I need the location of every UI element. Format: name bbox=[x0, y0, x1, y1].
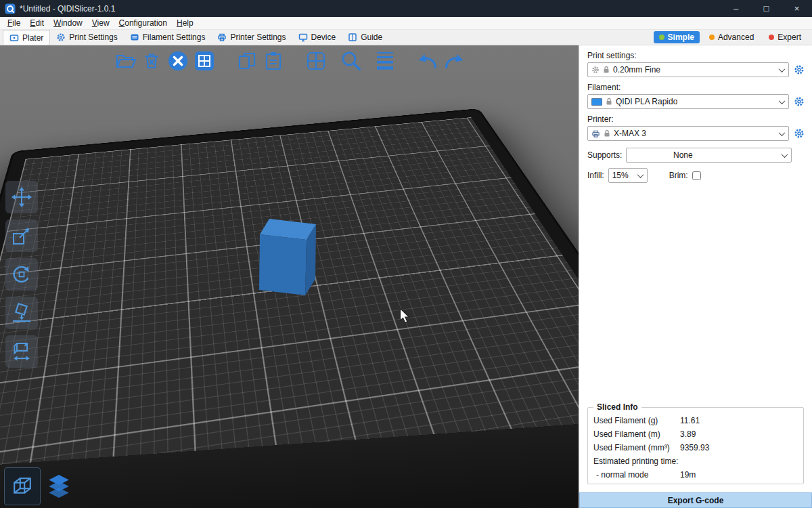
menu-edit[interactable]: Edit bbox=[25, 18, 49, 28]
rotate-tool-button[interactable] bbox=[5, 258, 38, 291]
chevron-down-icon bbox=[779, 129, 786, 136]
sliced-info-label: Estimated printing time: bbox=[593, 457, 798, 466]
menu-file[interactable]: File bbox=[3, 18, 25, 28]
mode-expert[interactable]: Expert bbox=[763, 31, 807, 43]
open-folder-icon[interactable] bbox=[114, 49, 137, 73]
sliced-info-value: 3.89 bbox=[680, 429, 798, 439]
delete-all-icon[interactable] bbox=[166, 49, 189, 73]
model-cube[interactable] bbox=[250, 211, 325, 301]
undo-icon[interactable] bbox=[416, 49, 439, 73]
chevron-down-icon bbox=[779, 98, 786, 104]
3d-view-icon bbox=[12, 476, 32, 496]
measure-icon bbox=[11, 341, 32, 362]
lock-icon bbox=[603, 66, 610, 74]
layers-view-button[interactable] bbox=[41, 467, 77, 505]
menu-window[interactable]: Window bbox=[49, 18, 87, 28]
sliced-info-value: 11.61 bbox=[680, 416, 798, 425]
tab-device[interactable]: Device bbox=[292, 30, 342, 45]
tab-printer-settings[interactable]: Printer Settings bbox=[211, 30, 292, 45]
move-icon bbox=[11, 186, 32, 208]
tab-plater[interactable]: Plater bbox=[3, 30, 50, 45]
sliced-info-label: Used Filament (g) bbox=[593, 416, 680, 425]
tab-filament-settings[interactable]: Filament Settings bbox=[124, 30, 212, 45]
close-button[interactable]: × bbox=[782, 0, 812, 17]
search-icon[interactable] bbox=[339, 49, 362, 73]
chevron-down-icon bbox=[637, 171, 644, 178]
simple-mode-dot-icon bbox=[659, 35, 664, 40]
mode-simple[interactable]: Simple bbox=[654, 31, 700, 43]
menu-bar: File Edit Window View Configuration Help bbox=[0, 17, 812, 30]
filament-label: Filament: bbox=[587, 83, 805, 92]
printer-icon bbox=[217, 33, 227, 42]
infill-label: Infill: bbox=[587, 171, 604, 180]
filament-color-swatch bbox=[591, 98, 602, 106]
menu-view[interactable]: View bbox=[87, 18, 114, 28]
chevron-down-icon bbox=[782, 151, 788, 158]
gear-icon bbox=[56, 33, 66, 42]
paste-icon[interactable] bbox=[262, 49, 285, 73]
3d-viewport[interactable] bbox=[0, 45, 579, 508]
filament-gear-button[interactable] bbox=[793, 96, 805, 108]
mode-simple-label: Simple bbox=[668, 33, 694, 42]
maximize-button[interactable]: □ bbox=[751, 0, 782, 17]
printer-gear-button[interactable] bbox=[793, 127, 805, 140]
measure-tool-button[interactable] bbox=[5, 335, 38, 368]
delete-icon[interactable] bbox=[140, 49, 163, 73]
redo-icon[interactable] bbox=[443, 49, 466, 73]
print-settings-label: Print settings: bbox=[587, 51, 805, 60]
menu-configuration[interactable]: Configuration bbox=[114, 18, 172, 28]
infill-select[interactable]: 15% bbox=[608, 168, 648, 183]
3d-view-button[interactable] bbox=[4, 467, 41, 505]
filament-select[interactable]: QIDI PLA Rapido bbox=[587, 94, 789, 109]
print-settings-value: 0.20mm Fine bbox=[613, 65, 660, 75]
filament-value: QIDI PLA Rapido bbox=[616, 97, 677, 106]
view-switcher bbox=[4, 467, 77, 505]
app-logo-icon bbox=[5, 3, 16, 14]
printer-value: X-MAX 3 bbox=[614, 129, 646, 138]
sliced-info-value: 19m bbox=[680, 470, 798, 480]
copy-icon[interactable] bbox=[235, 49, 258, 73]
scale-icon bbox=[11, 225, 32, 247]
mode-switcher: Simple Advanced Expert bbox=[654, 31, 809, 43]
tab-device-label: Device bbox=[311, 33, 336, 42]
titlebar[interactable]: *Untitled - QIDISlicer-1.0.1 – □ × bbox=[0, 0, 812, 17]
move-tool-button[interactable] bbox=[5, 181, 38, 213]
tab-guide[interactable]: Guide bbox=[342, 30, 388, 45]
tab-filament-settings-label: Filament Settings bbox=[143, 33, 206, 42]
print-settings-gear-button[interactable] bbox=[793, 64, 805, 76]
sliced-info-value: 9359.93 bbox=[680, 443, 798, 452]
tab-print-settings[interactable]: Print Settings bbox=[50, 30, 123, 45]
scale-tool-button[interactable] bbox=[5, 219, 38, 252]
plater-icon bbox=[9, 33, 19, 43]
layer-height-icon[interactable] bbox=[374, 49, 397, 73]
chevron-down-icon bbox=[779, 66, 786, 72]
minimize-button[interactable]: – bbox=[721, 0, 751, 17]
viewport-toolbar bbox=[114, 48, 469, 74]
lock-icon bbox=[604, 129, 610, 137]
supports-select[interactable]: None bbox=[626, 148, 792, 163]
place-on-face-icon bbox=[11, 302, 32, 324]
export-gcode-button[interactable]: Export G-code bbox=[579, 492, 812, 508]
tab-bar: Plater Print Settings Filament Settings … bbox=[0, 30, 812, 45]
mode-advanced[interactable]: Advanced bbox=[704, 31, 759, 43]
menu-help[interactable]: Help bbox=[172, 18, 198, 28]
device-icon bbox=[298, 33, 308, 42]
filament-icon bbox=[130, 33, 139, 42]
lock-icon bbox=[606, 98, 612, 106]
mode-expert-label: Expert bbox=[777, 33, 801, 42]
expert-mode-dot-icon bbox=[769, 35, 774, 40]
tab-guide-label: Guide bbox=[361, 33, 382, 42]
sidebar-content: Print settings: 0.20mm Fine Filament: QI… bbox=[579, 45, 812, 492]
place-on-face-tool-button[interactable] bbox=[5, 297, 38, 329]
arrange-icon[interactable] bbox=[193, 49, 216, 73]
window-title: *Untitled - QIDISlicer-1.0.1 bbox=[20, 4, 115, 14]
tab-print-settings-label: Print Settings bbox=[69, 33, 117, 42]
sidebar-spacer bbox=[587, 186, 805, 400]
brim-checkbox[interactable] bbox=[692, 171, 701, 180]
printer-select[interactable]: X-MAX 3 bbox=[587, 126, 789, 141]
split-icon[interactable] bbox=[304, 49, 328, 73]
supports-value: None bbox=[673, 150, 693, 160]
guide-icon bbox=[348, 33, 357, 42]
print-settings-select[interactable]: 0.20mm Fine bbox=[587, 62, 789, 77]
printer-mini-icon bbox=[591, 129, 600, 138]
